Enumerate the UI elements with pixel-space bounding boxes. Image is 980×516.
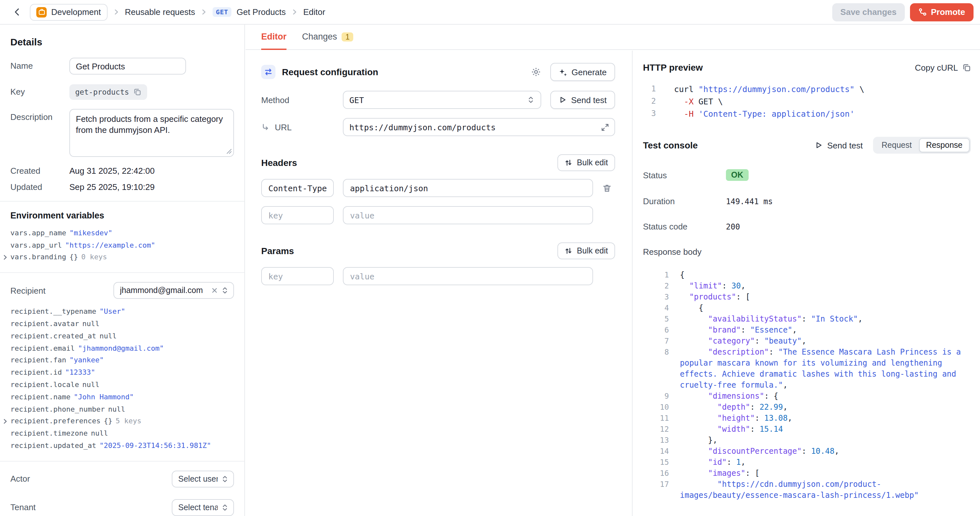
code-line: 15 "id": 1, bbox=[652, 457, 971, 468]
param-row-empty bbox=[261, 267, 615, 285]
field-key: recipient.timezone bbox=[10, 430, 88, 438]
line-number: 11 bbox=[652, 413, 669, 424]
url-label: URL bbox=[275, 122, 292, 132]
delete-header-button[interactable] bbox=[602, 183, 615, 193]
recipient-select[interactable]: jhammond@gmail.com bbox=[113, 282, 234, 299]
play-icon bbox=[559, 96, 566, 104]
field-key: recipient.phone_number bbox=[10, 405, 105, 413]
breadcrumb-page: Editor bbox=[303, 7, 325, 17]
header-value-input[interactable] bbox=[343, 179, 593, 197]
recipient-field-row: recipient.phone_number null bbox=[2, 403, 234, 416]
expand-chevron-icon[interactable] bbox=[2, 418, 10, 425]
expand-chevron-icon[interactable] bbox=[2, 254, 10, 261]
line-number: 5 bbox=[652, 314, 669, 325]
header-value-input[interactable] bbox=[343, 206, 593, 224]
duration-row: Duration 149.441 ms bbox=[643, 196, 971, 206]
code-line: 1 { bbox=[652, 270, 971, 281]
var-key: vars.branding bbox=[10, 253, 66, 261]
created-row: Created Aug 31 2025, 22:42:00 bbox=[10, 166, 234, 176]
copy-icon bbox=[963, 63, 971, 72]
bulk-edit-label: Bulk edit bbox=[577, 246, 608, 255]
console-send-test-button[interactable]: Send test bbox=[815, 140, 863, 150]
recipient-field-row: recipient.email "jhammond@gmail.com" bbox=[2, 342, 234, 355]
field-value: "yankee" bbox=[69, 356, 104, 365]
code-line: 6 "brand": "Essence", bbox=[652, 325, 971, 336]
name-label: Name bbox=[10, 58, 69, 71]
tab-changes[interactable]: Changes 1 bbox=[302, 25, 353, 50]
sparkles-icon bbox=[559, 68, 567, 76]
headers-section-header: Headers Bulk edit bbox=[261, 154, 615, 171]
url-label-group: URL bbox=[261, 122, 334, 132]
expand-url-button[interactable] bbox=[601, 123, 609, 131]
status-code-label: Status code bbox=[643, 222, 726, 231]
tenant-row: Tenant Select tenant bbox=[10, 499, 234, 516]
code-text: "category": "beauty", bbox=[680, 336, 971, 347]
play-icon bbox=[815, 141, 822, 149]
editor-tabs: Editor Changes 1 bbox=[246, 25, 980, 50]
code-text: { bbox=[680, 303, 971, 314]
test-console-header: Test console Send test Request Response bbox=[643, 137, 971, 154]
code-line: 11 "height": 13.08, bbox=[652, 413, 971, 424]
field-value: {} bbox=[104, 417, 113, 425]
var-key: vars.app_url bbox=[10, 241, 62, 249]
code-text: "id": 1, bbox=[680, 457, 971, 468]
description-textarea[interactable]: Fetch products from a specific category … bbox=[69, 109, 234, 157]
send-test-button[interactable]: Send test bbox=[550, 91, 615, 109]
params-bulk-edit-button[interactable]: Bulk edit bbox=[557, 242, 615, 259]
code-text: "limit": 30, bbox=[680, 281, 971, 292]
breadcrumb-request-name[interactable]: Get Products bbox=[237, 7, 286, 17]
response-body-code: 1 { 2 "limit": 30, 3 "products": [ 4 { bbox=[643, 270, 971, 501]
code-text: "availabilityStatus": "In Stock", bbox=[680, 314, 971, 325]
promote-button[interactable]: Promote bbox=[910, 3, 974, 21]
tenant-label: Tenant bbox=[10, 503, 36, 513]
copy-key-button[interactable] bbox=[134, 88, 141, 96]
http-preview-header: HTTP preview Copy cURL bbox=[643, 61, 971, 74]
corner-arrow-icon bbox=[261, 123, 270, 131]
code-line: 5 "availabilityStatus": "In Stock", bbox=[652, 314, 971, 325]
swap-arrows-icon bbox=[261, 65, 275, 79]
save-changes-button[interactable]: Save changes bbox=[832, 3, 905, 21]
promote-label: Promote bbox=[931, 7, 965, 17]
key-value: get-products bbox=[75, 88, 129, 97]
name-input[interactable] bbox=[69, 58, 186, 75]
param-value-input[interactable] bbox=[343, 267, 593, 285]
status-label: Status bbox=[643, 170, 726, 180]
line-number: 13 bbox=[652, 435, 669, 446]
workspace-switcher[interactable]: Development bbox=[30, 3, 107, 21]
resize-grip-icon[interactable] bbox=[226, 148, 232, 154]
url-input[interactable]: https://dummyjson.com/products bbox=[343, 118, 615, 136]
request-tab[interactable]: Request bbox=[874, 138, 919, 152]
line-number: 17 bbox=[652, 479, 669, 490]
code-text: "height": 13.08, bbox=[680, 413, 971, 424]
code-line: 13 }, bbox=[652, 435, 971, 446]
tab-editor[interactable]: Editor bbox=[261, 25, 286, 50]
tenant-select[interactable]: Select tenant bbox=[172, 499, 234, 516]
field-key: recipient.__typename bbox=[10, 307, 96, 316]
copy-curl-button[interactable]: Copy cURL bbox=[915, 62, 971, 72]
header-key-input[interactable] bbox=[261, 179, 334, 197]
field-value: "12333" bbox=[65, 368, 95, 377]
header-key-input[interactable] bbox=[261, 206, 334, 224]
field-value: null bbox=[91, 430, 108, 438]
tenant-select-label: Select tenant bbox=[178, 503, 218, 512]
recipient-header-row: Recipient jhammond@gmail.com bbox=[10, 282, 234, 299]
promote-branch-icon bbox=[919, 8, 927, 16]
recipient-field-row: recipient.locale null bbox=[2, 379, 234, 391]
generate-button[interactable]: Generate bbox=[550, 63, 615, 81]
code-text: "brand": "Essence", bbox=[680, 325, 971, 336]
actor-select[interactable]: Select user bbox=[172, 471, 234, 487]
param-key-input[interactable] bbox=[261, 267, 334, 285]
chevron-left-icon bbox=[12, 7, 22, 17]
breadcrumb-section[interactable]: Reusable requests bbox=[125, 7, 195, 17]
field-key: recipient.fan bbox=[10, 356, 66, 365]
headers-bulk-edit-button[interactable]: Bulk edit bbox=[557, 154, 615, 171]
back-button[interactable] bbox=[9, 4, 25, 20]
created-value: Aug 31 2025, 22:42:00 bbox=[69, 166, 234, 176]
clear-recipient-button[interactable] bbox=[211, 288, 218, 294]
line-number: 3 bbox=[652, 292, 669, 303]
updated-row: Updated Sep 25 2025, 19:10:29 bbox=[10, 182, 234, 192]
duration-value: 149.441 ms bbox=[726, 197, 773, 206]
settings-button[interactable] bbox=[531, 67, 541, 77]
method-select[interactable]: GET bbox=[343, 91, 541, 109]
response-tab[interactable]: Response bbox=[919, 138, 970, 152]
